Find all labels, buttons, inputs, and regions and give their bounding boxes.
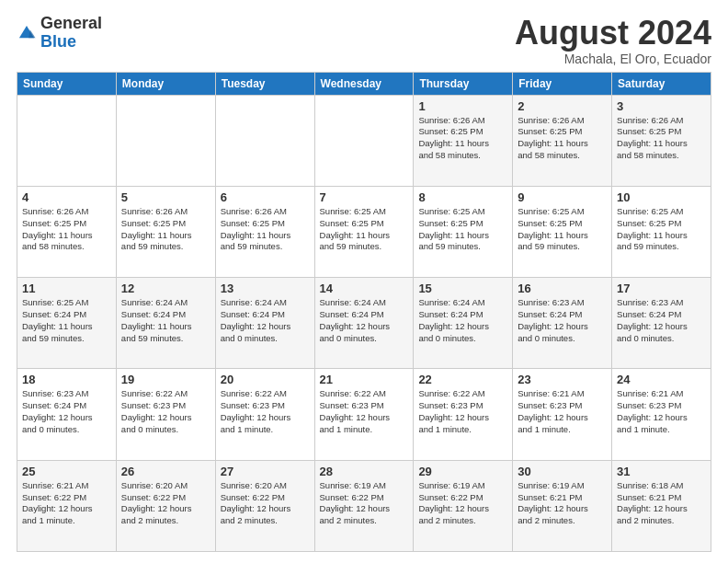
day-info: Sunrise: 6:24 AM Sunset: 6:24 PM Dayligh… [418, 297, 507, 344]
day-cell: 6Sunrise: 6:26 AM Sunset: 6:25 PM Daylig… [215, 186, 314, 277]
day-cell: 11Sunrise: 6:25 AM Sunset: 6:24 PM Dayli… [17, 278, 117, 369]
logo-blue: Blue [40, 32, 76, 51]
day-cell: 18Sunrise: 6:23 AM Sunset: 6:24 PM Dayli… [17, 369, 117, 460]
day-cell [116, 95, 215, 186]
day-cell: 23Sunrise: 6:21 AM Sunset: 6:23 PM Dayli… [513, 369, 612, 460]
day-cell: 7Sunrise: 6:25 AM Sunset: 6:25 PM Daylig… [314, 186, 414, 277]
weekday-header-row: SundayMondayTuesdayWednesdayThursdayFrid… [17, 72, 711, 95]
day-cell: 30Sunrise: 6:19 AM Sunset: 6:21 PM Dayli… [513, 460, 612, 551]
week-row-5: 25Sunrise: 6:21 AM Sunset: 6:22 PM Dayli… [17, 460, 711, 551]
logo-general: General [40, 14, 102, 32]
day-number: 11 [22, 282, 111, 295]
day-info: Sunrise: 6:19 AM Sunset: 6:21 PM Dayligh… [518, 480, 607, 527]
day-cell: 5Sunrise: 6:26 AM Sunset: 6:25 PM Daylig… [116, 186, 215, 277]
day-cell: 29Sunrise: 6:19 AM Sunset: 6:22 PM Dayli… [414, 460, 513, 551]
weekday-header-sunday: Sunday [17, 72, 117, 95]
day-number: 27 [221, 465, 310, 478]
day-cell: 12Sunrise: 6:24 AM Sunset: 6:24 PM Dayli… [116, 278, 215, 369]
day-cell: 13Sunrise: 6:24 AM Sunset: 6:24 PM Dayli… [215, 278, 314, 369]
calendar-table: SundayMondayTuesdayWednesdayThursdayFrid… [17, 72, 711, 552]
day-cell: 15Sunrise: 6:24 AM Sunset: 6:24 PM Dayli… [414, 278, 513, 369]
day-number: 20 [221, 373, 310, 386]
day-number: 16 [518, 282, 607, 295]
day-cell: 1Sunrise: 6:26 AM Sunset: 6:25 PM Daylig… [414, 95, 513, 186]
day-number: 1 [418, 99, 507, 113]
day-cell: 16Sunrise: 6:23 AM Sunset: 6:24 PM Dayli… [513, 278, 612, 369]
day-info: Sunrise: 6:26 AM Sunset: 6:25 PM Dayligh… [418, 115, 507, 162]
day-info: Sunrise: 6:26 AM Sunset: 6:25 PM Dayligh… [518, 115, 607, 162]
weekday-header-saturday: Saturday [612, 72, 711, 95]
day-number: 3 [617, 99, 706, 113]
month-title: August 2024 [515, 15, 711, 52]
day-cell: 22Sunrise: 6:22 AM Sunset: 6:23 PM Dayli… [414, 369, 513, 460]
day-cell: 8Sunrise: 6:25 AM Sunset: 6:25 PM Daylig… [414, 186, 513, 277]
day-cell [17, 95, 117, 186]
day-info: Sunrise: 6:23 AM Sunset: 6:24 PM Dayligh… [617, 297, 706, 344]
day-cell: 4Sunrise: 6:26 AM Sunset: 6:25 PM Daylig… [17, 186, 117, 277]
day-number: 30 [518, 465, 607, 478]
day-cell: 31Sunrise: 6:18 AM Sunset: 6:21 PM Dayli… [612, 460, 711, 551]
day-number: 29 [418, 465, 507, 478]
day-number: 17 [617, 282, 706, 295]
day-info: Sunrise: 6:24 AM Sunset: 6:24 PM Dayligh… [320, 297, 409, 344]
day-cell: 27Sunrise: 6:20 AM Sunset: 6:22 PM Dayli… [215, 460, 314, 551]
day-cell: 3Sunrise: 6:26 AM Sunset: 6:25 PM Daylig… [612, 95, 711, 186]
day-number: 2 [518, 99, 607, 113]
day-number: 18 [22, 373, 111, 386]
day-info: Sunrise: 6:22 AM Sunset: 6:23 PM Dayligh… [221, 388, 310, 435]
day-number: 26 [121, 465, 210, 478]
day-number: 24 [617, 373, 706, 386]
logo-icon [17, 23, 37, 43]
day-info: Sunrise: 6:18 AM Sunset: 6:21 PM Dayligh… [617, 480, 706, 527]
day-info: Sunrise: 6:25 AM Sunset: 6:25 PM Dayligh… [320, 206, 409, 253]
day-number: 15 [418, 282, 507, 295]
day-number: 25 [22, 465, 111, 478]
day-cell: 2Sunrise: 6:26 AM Sunset: 6:25 PM Daylig… [513, 95, 612, 186]
day-info: Sunrise: 6:20 AM Sunset: 6:22 PM Dayligh… [121, 480, 210, 527]
day-cell [215, 95, 314, 186]
day-cell: 10Sunrise: 6:25 AM Sunset: 6:25 PM Dayli… [612, 186, 711, 277]
day-info: Sunrise: 6:26 AM Sunset: 6:25 PM Dayligh… [221, 206, 310, 253]
day-info: Sunrise: 6:26 AM Sunset: 6:25 PM Dayligh… [617, 115, 706, 162]
location: Machala, El Oro, Ecuador [515, 52, 711, 66]
day-cell: 21Sunrise: 6:22 AM Sunset: 6:23 PM Dayli… [314, 369, 414, 460]
day-number: 9 [518, 190, 607, 204]
day-number: 23 [518, 373, 607, 386]
week-row-2: 4Sunrise: 6:26 AM Sunset: 6:25 PM Daylig… [17, 186, 711, 277]
weekday-header-tuesday: Tuesday [215, 72, 314, 95]
day-cell: 9Sunrise: 6:25 AM Sunset: 6:25 PM Daylig… [513, 186, 612, 277]
day-cell [314, 95, 414, 186]
day-number: 22 [418, 373, 507, 386]
day-info: Sunrise: 6:25 AM Sunset: 6:25 PM Dayligh… [617, 206, 706, 253]
day-info: Sunrise: 6:25 AM Sunset: 6:25 PM Dayligh… [418, 206, 507, 253]
day-info: Sunrise: 6:26 AM Sunset: 6:25 PM Dayligh… [22, 206, 111, 253]
day-info: Sunrise: 6:19 AM Sunset: 6:22 PM Dayligh… [320, 480, 409, 527]
week-row-3: 11Sunrise: 6:25 AM Sunset: 6:24 PM Dayli… [17, 278, 711, 369]
day-info: Sunrise: 6:24 AM Sunset: 6:24 PM Dayligh… [121, 297, 210, 344]
day-number: 4 [22, 190, 111, 204]
day-cell: 24Sunrise: 6:21 AM Sunset: 6:23 PM Dayli… [612, 369, 711, 460]
day-info: Sunrise: 6:26 AM Sunset: 6:25 PM Dayligh… [121, 206, 210, 253]
header: General Blue August 2024 Machala, El Oro… [17, 15, 711, 66]
day-cell: 28Sunrise: 6:19 AM Sunset: 6:22 PM Dayli… [314, 460, 414, 551]
day-info: Sunrise: 6:23 AM Sunset: 6:24 PM Dayligh… [22, 388, 111, 435]
day-info: Sunrise: 6:23 AM Sunset: 6:24 PM Dayligh… [518, 297, 607, 344]
day-number: 8 [418, 190, 507, 204]
day-number: 6 [221, 190, 310, 204]
weekday-header-thursday: Thursday [414, 72, 513, 95]
day-info: Sunrise: 6:24 AM Sunset: 6:24 PM Dayligh… [221, 297, 310, 344]
day-cell: 19Sunrise: 6:22 AM Sunset: 6:23 PM Dayli… [116, 369, 215, 460]
day-cell: 20Sunrise: 6:22 AM Sunset: 6:23 PM Dayli… [215, 369, 314, 460]
day-number: 31 [617, 465, 706, 478]
day-number: 28 [320, 465, 409, 478]
day-info: Sunrise: 6:22 AM Sunset: 6:23 PM Dayligh… [320, 388, 409, 435]
day-info: Sunrise: 6:21 AM Sunset: 6:23 PM Dayligh… [518, 388, 607, 435]
weekday-header-monday: Monday [116, 72, 215, 95]
day-info: Sunrise: 6:25 AM Sunset: 6:25 PM Dayligh… [518, 206, 607, 253]
day-cell: 17Sunrise: 6:23 AM Sunset: 6:24 PM Dayli… [612, 278, 711, 369]
day-number: 12 [121, 282, 210, 295]
week-row-4: 18Sunrise: 6:23 AM Sunset: 6:24 PM Dayli… [17, 369, 711, 460]
day-number: 10 [617, 190, 706, 204]
title-block: August 2024 Machala, El Oro, Ecuador [515, 15, 711, 66]
day-cell: 25Sunrise: 6:21 AM Sunset: 6:22 PM Dayli… [17, 460, 117, 551]
